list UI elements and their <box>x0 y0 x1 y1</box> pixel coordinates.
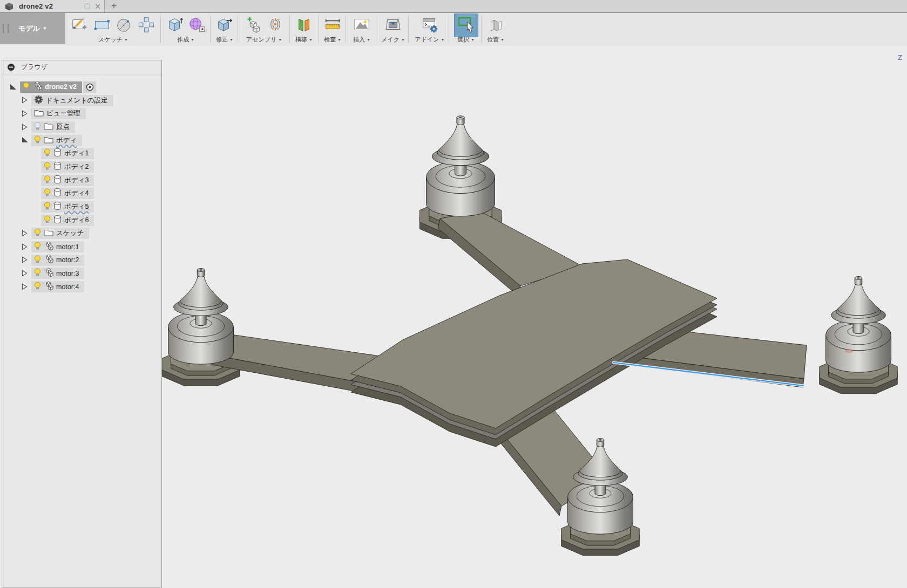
tree-item-chip[interactable]: スケッチ <box>31 228 89 239</box>
tree-item-body-4[interactable]: ボディ4 <box>2 187 161 201</box>
visibility-bulb-icon[interactable] <box>34 268 41 278</box>
move-tool-icon[interactable] <box>137 16 155 34</box>
motor-front[interactable] <box>427 116 495 216</box>
tree-item-sketches[interactable]: スケッチ <box>2 227 161 241</box>
tree-item-chip[interactable]: ボディ1 <box>41 148 94 159</box>
toolbar-group-insert: 挿入▼ <box>346 13 377 46</box>
visibility-bulb-icon[interactable] <box>44 162 51 172</box>
workspace-selector[interactable]: モデル ▼ <box>0 13 65 44</box>
scripts-addins-icon[interactable] <box>421 16 439 34</box>
3d-print-icon[interactable] <box>383 16 403 34</box>
insert-dropdown[interactable]: 挿入▼ <box>353 36 370 44</box>
tree-item-label: ボディ1 <box>64 149 89 158</box>
new-component-icon[interactable] <box>244 16 262 34</box>
expand-arrow-icon[interactable] <box>22 97 28 104</box>
viewcube-z-label[interactable]: Z <box>898 53 902 61</box>
tree-item-chip[interactable]: ドキュメントの設定 <box>31 95 113 106</box>
tree-item-chip[interactable]: ボディ4 <box>41 188 94 199</box>
tree-item-chip[interactable]: ボディ5 <box>41 201 94 213</box>
addins-dropdown[interactable]: アドイン▼ <box>415 36 445 44</box>
tree-item-chip[interactable]: ボディ6 <box>41 215 94 226</box>
position-shape-icon[interactable] <box>486 16 505 34</box>
tree-item-chip[interactable]: 原点 <box>31 121 75 133</box>
document-tab[interactable]: drone2 v2 ✕ <box>0 0 105 12</box>
tree-item-motor-3[interactable]: motor:3 <box>2 267 161 281</box>
tree-item-chip[interactable]: ボディ <box>31 135 82 146</box>
visibility-bulb-icon[interactable] <box>44 188 51 199</box>
motor-left[interactable] <box>168 268 234 364</box>
circle-tool-icon[interactable] <box>115 16 133 34</box>
tree-item-chip[interactable]: motor:4 <box>31 281 84 292</box>
new-tab-button[interactable]: + <box>108 0 120 12</box>
visibility-bulb-icon[interactable] <box>23 82 30 92</box>
select-tool-button[interactable] <box>454 13 478 37</box>
drone-frame-body[interactable] <box>212 211 807 516</box>
collapse-arrow-icon[interactable] <box>22 136 29 143</box>
measure-icon[interactable] <box>323 16 342 34</box>
visibility-bulb-icon[interactable] <box>44 175 51 186</box>
construct-planes-icon[interactable] <box>295 16 313 34</box>
close-tab-button[interactable]: ✕ <box>94 3 101 10</box>
tree-item-body-3[interactable]: ボディ3 <box>2 174 161 187</box>
expand-arrow-icon[interactable] <box>22 270 28 277</box>
create-sketch-icon[interactable] <box>71 16 89 34</box>
sketch-dropdown[interactable]: スケッチ▼ <box>98 36 128 44</box>
expand-arrow-icon[interactable] <box>22 124 28 131</box>
tree-item-motor-4[interactable]: motor:4 <box>2 280 161 293</box>
modify-dropdown[interactable]: 修正▼ <box>216 36 233 44</box>
tree-item-motor-1[interactable]: motor:1 <box>2 240 161 254</box>
collapse-panel-icon[interactable] <box>7 63 15 71</box>
joint-icon[interactable] <box>266 16 285 34</box>
position-dropdown[interactable]: 位置▼ <box>487 36 504 44</box>
expand-arrow-icon[interactable] <box>22 230 28 237</box>
visibility-bulb-icon[interactable] <box>34 122 41 132</box>
rectangle-tool-icon[interactable] <box>93 16 111 34</box>
visibility-bulb-icon[interactable] <box>34 135 41 146</box>
tree-item-origin[interactable]: 原点 <box>2 120 161 134</box>
tree-item-chip[interactable]: ボディ2 <box>41 161 94 173</box>
tree-item-chip[interactable]: motor:3 <box>31 268 84 279</box>
body-icon <box>53 175 62 186</box>
expand-arrow-icon[interactable] <box>22 243 28 250</box>
visibility-bulb-icon[interactable] <box>44 215 51 225</box>
tree-item-chip[interactable]: motor:1 <box>31 241 84 252</box>
tree-item-body-1[interactable]: ボディ1 <box>2 147 161 160</box>
visibility-bulb-icon[interactable] <box>34 282 41 292</box>
tree-item-root[interactable]: drone2 v2 <box>2 80 161 94</box>
tree-item-view-management[interactable]: ビュー管理 <box>2 107 161 120</box>
toolbar-grip-icon[interactable] <box>3 24 9 33</box>
tree-item-document-settings[interactable]: ドキュメントの設定 <box>2 94 161 107</box>
construct-dropdown[interactable]: 構築▼ <box>295 36 313 44</box>
press-pull-icon[interactable] <box>215 16 234 34</box>
tree-item-body-6[interactable]: ボディ6 <box>2 214 161 227</box>
body-icon <box>53 215 62 225</box>
make-dropdown[interactable]: メイク▼ <box>381 36 405 44</box>
expand-arrow-icon[interactable] <box>22 256 28 263</box>
create-box-icon[interactable] <box>166 16 184 34</box>
visibility-bulb-icon[interactable] <box>34 255 41 265</box>
insert-image-icon[interactable] <box>353 16 371 34</box>
collapse-arrow-icon[interactable] <box>10 84 17 90</box>
activate-component-radio[interactable] <box>83 81 96 93</box>
select-dropdown[interactable]: 選択▼ <box>457 36 475 44</box>
motor-right[interactable] <box>826 276 891 372</box>
tree-item-body-5[interactable]: ボディ5 <box>2 200 161 214</box>
expand-arrow-icon[interactable] <box>22 283 28 290</box>
visibility-bulb-icon[interactable] <box>34 228 41 238</box>
visibility-bulb-icon[interactable] <box>34 242 41 252</box>
assemble-dropdown[interactable]: アセンブリ▼ <box>246 36 282 44</box>
tree-item-chip[interactable]: ビュー管理 <box>31 108 86 119</box>
tree-item-chip[interactable]: drone2 v2 <box>20 81 82 93</box>
visibility-bulb-icon[interactable] <box>44 148 51 159</box>
expand-arrow-icon[interactable] <box>22 110 28 117</box>
tree-item-chip[interactable]: ボディ3 <box>41 175 94 186</box>
tree-item-bodies[interactable]: ボディ <box>2 134 161 147</box>
create-form-icon[interactable] <box>188 16 206 34</box>
tree-item-label: drone2 v2 <box>45 83 77 91</box>
create-dropdown[interactable]: 作成▼ <box>177 36 194 44</box>
inspect-dropdown[interactable]: 検査▼ <box>324 36 341 44</box>
tree-item-chip[interactable]: motor:2 <box>31 255 84 266</box>
tree-item-body-2[interactable]: ボディ2 <box>2 160 161 174</box>
visibility-bulb-icon[interactable] <box>44 202 51 212</box>
tree-item-motor-2[interactable]: motor:2 <box>2 254 161 267</box>
